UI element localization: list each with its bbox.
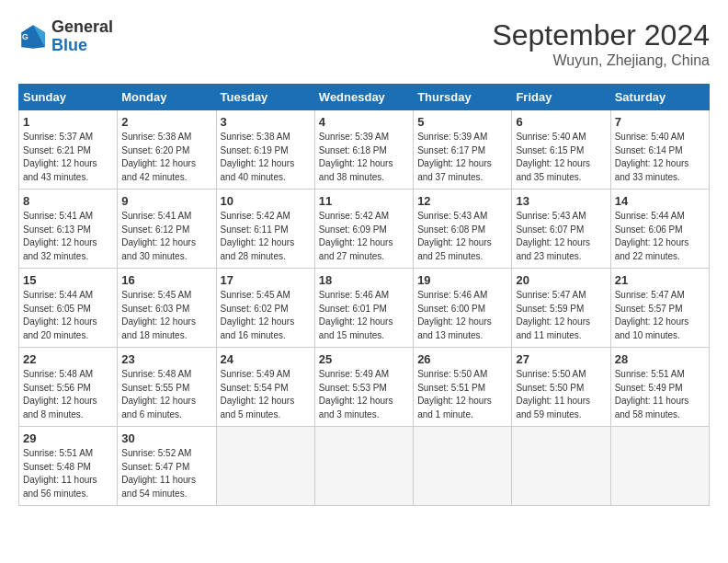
col-thursday: Thursday: [414, 85, 512, 110]
col-sunday: Sunday: [19, 85, 118, 110]
table-row: 6 Sunrise: 5:40 AMSunset: 6:15 PMDayligh…: [512, 110, 610, 190]
calendar-week-row: 22 Sunrise: 5:48 AMSunset: 5:56 PMDaylig…: [19, 348, 710, 427]
title-block: September 2024 Wuyun, Zhejiang, China: [492, 18, 710, 69]
table-row: 11 Sunrise: 5:42 AMSunset: 6:09 PMDaylig…: [314, 190, 413, 269]
calendar-week-row: 8 Sunrise: 5:41 AMSunset: 6:13 PMDayligh…: [19, 190, 710, 269]
table-row: 18 Sunrise: 5:46 AMSunset: 6:01 PMDaylig…: [314, 269, 413, 348]
table-row: 13 Sunrise: 5:43 AMSunset: 6:07 PMDaylig…: [512, 190, 610, 269]
calendar-week-row: 15 Sunrise: 5:44 AMSunset: 6:05 PMDaylig…: [19, 269, 710, 348]
table-row: 21 Sunrise: 5:47 AMSunset: 5:57 PMDaylig…: [610, 269, 709, 348]
col-saturday: Saturday: [610, 85, 709, 110]
table-row: 14 Sunrise: 5:44 AMSunset: 6:06 PMDaylig…: [610, 190, 709, 269]
page-header: G General Blue September 2024 Wuyun, Zhe…: [18, 18, 710, 69]
table-row: 24 Sunrise: 5:49 AMSunset: 5:54 PMDaylig…: [216, 348, 314, 427]
col-tuesday: Tuesday: [216, 85, 314, 110]
table-row: 1 Sunrise: 5:37 AMSunset: 6:21 PMDayligh…: [19, 110, 118, 190]
calendar-week-row: 1 Sunrise: 5:37 AMSunset: 6:21 PMDayligh…: [19, 110, 710, 190]
table-row: 25 Sunrise: 5:49 AMSunset: 5:53 PMDaylig…: [314, 348, 413, 427]
table-row: 7 Sunrise: 5:40 AMSunset: 6:14 PMDayligh…: [610, 110, 709, 190]
month-title: September 2024: [492, 18, 710, 52]
empty-cell: [610, 427, 709, 506]
table-row: 4 Sunrise: 5:39 AMSunset: 6:18 PMDayligh…: [314, 110, 413, 190]
table-row: 5 Sunrise: 5:39 AMSunset: 6:17 PMDayligh…: [414, 110, 512, 190]
svg-text:G: G: [22, 32, 28, 41]
location-subtitle: Wuyun, Zhejiang, China: [492, 52, 710, 69]
table-row: 3 Sunrise: 5:38 AMSunset: 6:19 PMDayligh…: [216, 110, 314, 190]
logo: G General Blue: [18, 18, 113, 55]
logo-line1: General: [51, 18, 113, 37]
table-row: 10 Sunrise: 5:42 AMSunset: 6:11 PMDaylig…: [216, 190, 314, 269]
table-row: 20 Sunrise: 5:47 AMSunset: 5:59 PMDaylig…: [512, 269, 610, 348]
table-row: 23 Sunrise: 5:48 AMSunset: 5:55 PMDaylig…: [118, 348, 216, 427]
empty-cell: [414, 427, 512, 506]
col-monday: Monday: [118, 85, 216, 110]
empty-cell: [314, 427, 413, 506]
table-row: 17 Sunrise: 5:45 AMSunset: 6:02 PMDaylig…: [216, 269, 314, 348]
calendar-week-row: 29 Sunrise: 5:51 AMSunset: 5:48 PMDaylig…: [19, 427, 710, 506]
logo-icon: G: [18, 22, 48, 52]
logo-line2: Blue: [51, 37, 113, 55]
table-row: 16 Sunrise: 5:45 AMSunset: 6:03 PMDaylig…: [118, 269, 216, 348]
calendar-table: Sunday Monday Tuesday Wednesday Thursday…: [18, 84, 710, 506]
col-friday: Friday: [512, 85, 610, 110]
table-row: 15 Sunrise: 5:44 AMSunset: 6:05 PMDaylig…: [19, 269, 118, 348]
table-row: 19 Sunrise: 5:46 AMSunset: 6:00 PMDaylig…: [414, 269, 512, 348]
table-row: 9 Sunrise: 5:41 AMSunset: 6:12 PMDayligh…: [118, 190, 216, 269]
table-row: 27 Sunrise: 5:50 AMSunset: 5:50 PMDaylig…: [512, 348, 610, 427]
table-row: 29 Sunrise: 5:51 AMSunset: 5:48 PMDaylig…: [19, 427, 118, 506]
table-row: 12 Sunrise: 5:43 AMSunset: 6:08 PMDaylig…: [414, 190, 512, 269]
empty-cell: [512, 427, 610, 506]
table-row: 30 Sunrise: 5:52 AMSunset: 5:47 PMDaylig…: [118, 427, 216, 506]
header-row: Sunday Monday Tuesday Wednesday Thursday…: [19, 85, 710, 110]
table-row: 28 Sunrise: 5:51 AMSunset: 5:49 PMDaylig…: [610, 348, 709, 427]
table-row: 22 Sunrise: 5:48 AMSunset: 5:56 PMDaylig…: [19, 348, 118, 427]
col-wednesday: Wednesday: [314, 85, 413, 110]
table-row: 8 Sunrise: 5:41 AMSunset: 6:13 PMDayligh…: [19, 190, 118, 269]
table-row: 26 Sunrise: 5:50 AMSunset: 5:51 PMDaylig…: [414, 348, 512, 427]
empty-cell: [216, 427, 314, 506]
table-row: 2 Sunrise: 5:38 AMSunset: 6:20 PMDayligh…: [118, 110, 216, 190]
